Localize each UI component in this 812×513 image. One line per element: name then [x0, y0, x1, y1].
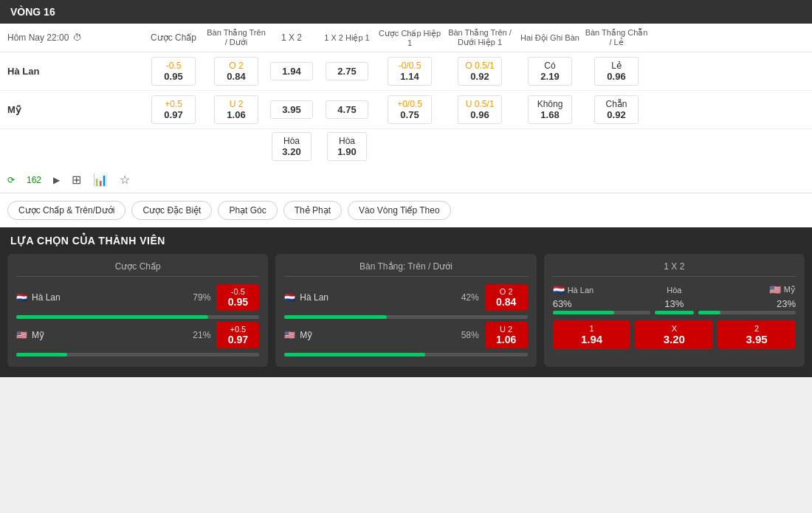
- bet-count: 162: [27, 175, 41, 185]
- card2-team2-badge-bot: 1.06: [491, 334, 522, 345]
- team1-1x2h1-box[interactable]: 2.75: [326, 62, 368, 80]
- card3-team1-label: 🇳🇱 Hà Lan: [553, 284, 629, 295]
- team1-ban-box[interactable]: O 2 0.84: [214, 57, 258, 86]
- chart-icon[interactable]: 📊: [93, 173, 108, 187]
- card1-team2-badge[interactable]: +0.5 0.97: [216, 322, 259, 348]
- card3-badge-1-label: 1: [559, 324, 625, 333]
- team1-1x2-box[interactable]: 1.94: [270, 62, 313, 80]
- team1-cuoc-box[interactable]: -0.5 0.95: [151, 57, 196, 86]
- card3-badge-1[interactable]: 1 1.94: [553, 320, 631, 349]
- col-header-1x2: 1 X 2: [266, 32, 317, 43]
- card1-team1-info: 🇳🇱 Hà Lan: [16, 292, 185, 303]
- team1-cuoc-h1-bot: 1.14: [400, 71, 419, 82]
- team2-hai-doi-box[interactable]: Không 1.68: [528, 95, 572, 124]
- team2-hai-doi-cell: Không 1.68: [517, 95, 583, 124]
- col-header-cuoc-h1: Cược Chấp Hiệp 1: [376, 29, 443, 47]
- team1-ban-h1-box[interactable]: O 0.5/1 0.92: [458, 57, 502, 86]
- team1-hai-doi-box[interactable]: Có 2.19: [528, 57, 572, 86]
- card2-team2-bar: [284, 353, 425, 357]
- team2-1x2h1: 4.75: [337, 104, 356, 115]
- team2-cuoc-h1-cell: +0/0.5 0.75: [376, 95, 443, 124]
- team2-cuoc-bot: 0.97: [164, 109, 182, 120]
- star-icon[interactable]: ☆: [120, 173, 130, 187]
- card2-team1-name: Hà Lan: [300, 292, 328, 303]
- card3-badge-hoa-label: X: [641, 324, 707, 333]
- hoa-1x2-label: Hòa: [283, 136, 300, 146]
- team1-cuoc-chap-cell: -0.5 0.95: [140, 57, 207, 86]
- table-icon[interactable]: ⊞: [72, 173, 81, 187]
- refresh-icon[interactable]: ⟳: [7, 175, 15, 185]
- filter-tabs: Cược Chấp & Trên/Dưới Cược Đặc Biệt Phạt…: [0, 193, 812, 227]
- card1-team2-info: 🇺🇸 Mỹ: [16, 330, 185, 340]
- team1-1x2h1-cell: 2.75: [317, 62, 376, 80]
- team2-ban-thang-cell: U 2 1.06: [207, 95, 266, 124]
- team2-cuoc-top: +0.5: [165, 99, 182, 109]
- card1-team2-flag: 🇺🇸: [16, 330, 27, 340]
- hoa-1x2h1-val: 1.90: [337, 146, 356, 157]
- match-time: Hôm Nay 22:00: [7, 32, 69, 43]
- team1-cuoc-h1-box[interactable]: -0/0.5 1.14: [388, 57, 432, 86]
- col-header-ban-thang: Bàn Thắng Trên / Dưới: [207, 28, 266, 47]
- team2-cuoc-box[interactable]: +0.5 0.97: [151, 95, 196, 124]
- arrow-right-icon[interactable]: ▶: [53, 175, 60, 185]
- member-card-ban-thang: Bàn Thắng: Trên / Dưới 🇳🇱 Hà Lan 42% O 2…: [275, 254, 536, 367]
- card3-team2-flag: 🇺🇸: [769, 284, 781, 295]
- card3-team1-bar-wrap: [553, 311, 650, 314]
- card1-team1-badge-top: -0.5: [222, 287, 253, 296]
- hoa-1x2h1-cell: Hòa 1.90: [317, 132, 376, 161]
- card3-team2-bar: [698, 311, 720, 314]
- card2-team1-bar: [284, 315, 386, 319]
- team2-chan-le-box[interactable]: Chẵn 0.92: [594, 95, 639, 124]
- team2-cuoc-chap-cell: +0.5 0.97: [140, 95, 207, 124]
- team2-cuoc-h1-box[interactable]: +0/0.5 0.75: [388, 95, 432, 124]
- team1-chan-le-cell: Lẻ 0.96: [583, 57, 650, 86]
- footer-row: ⟳ 162 ▶ ⊞ 📊 ☆: [0, 167, 812, 193]
- card3-badge-hoa-val: 3.20: [641, 333, 707, 345]
- card3-pct-row: 63% 13% 23%: [553, 298, 796, 309]
- card3-badge-1-val: 1.94: [559, 333, 625, 345]
- card3-badge-2-label: 2: [723, 324, 790, 333]
- card2-team2-badge-top: U 2: [491, 325, 522, 334]
- card2-title: Bàn Thắng: Trên / Dưới: [284, 261, 527, 277]
- card3-team2-bar-wrap: [698, 311, 796, 314]
- team2-ban-h1-box[interactable]: U 0.5/1 0.96: [458, 95, 502, 124]
- hoa-1x2h1-box[interactable]: Hòa 1.90: [327, 132, 367, 161]
- clock-icon: ⏱: [73, 32, 82, 43]
- card2-team1-badge-top: O 2: [491, 287, 522, 296]
- card3-badge-hoa[interactable]: X 3.20: [635, 320, 713, 349]
- team2-1x2-box[interactable]: 3.95: [270, 100, 313, 119]
- team1-chan-le-bot: 0.96: [607, 71, 625, 82]
- team1-ban-h1-bot: 0.92: [470, 71, 489, 82]
- hoa-1x2-box[interactable]: Hòa 3.20: [272, 132, 312, 161]
- hoa-1x2-cell: Hòa 3.20: [266, 132, 317, 161]
- card2-team1-badge-bot: 0.84: [491, 296, 522, 308]
- section-header: VÒNG 16: [0, 0, 812, 24]
- team1-1x2h1: 2.75: [337, 66, 356, 77]
- tab-cuoc-chap-tren-duoi[interactable]: Cược Chấp & Trên/Dưới: [7, 201, 125, 220]
- team1-chan-le-box[interactable]: Lẻ 0.96: [594, 57, 639, 86]
- team2-1x2h1-box[interactable]: 4.75: [326, 100, 368, 119]
- team2-chan-le-top: Chẵn: [605, 99, 627, 109]
- card3-bars-row: [553, 311, 796, 314]
- card2-team1-info: 🇳🇱 Hà Lan: [284, 292, 453, 303]
- card1-team1-badge[interactable]: -0.5 0.95: [216, 284, 259, 311]
- team2-1x2h1-cell: 4.75: [317, 100, 376, 119]
- tab-vao-vong-tiep[interactable]: Vào Vòng Tiếp Theo: [348, 201, 451, 220]
- team2-name: Mỹ: [7, 104, 140, 115]
- team2-hai-doi-bot: 1.68: [540, 109, 559, 120]
- card2-team1-badge[interactable]: O 2 0.84: [485, 284, 528, 311]
- tab-phat-goc[interactable]: Phạt Góc: [218, 201, 277, 220]
- team2-ban-box[interactable]: U 2 1.06: [214, 95, 258, 124]
- card3-badge-2[interactable]: 2 3.95: [718, 320, 796, 349]
- team1-ban-thang-cell: O 2 0.84: [207, 57, 266, 86]
- section-title: VÒNG 16: [10, 6, 55, 18]
- team1-hai-doi-top: Có: [544, 61, 555, 71]
- team2-ban-h1-bot: 0.96: [470, 109, 489, 120]
- card2-team2-badge[interactable]: U 2 1.06: [485, 322, 528, 348]
- card1-team2-badge-top: +0.5: [222, 325, 253, 334]
- card3-title: 1 X 2: [553, 261, 796, 277]
- card3-hoa-bar-wrap: [655, 311, 694, 314]
- tab-cuoc-dac-biet[interactable]: Cược Đặc Biệt: [131, 201, 212, 220]
- tab-the-phat[interactable]: Thẻ Phạt: [283, 201, 342, 220]
- team2-ban-bot: 1.06: [227, 109, 245, 120]
